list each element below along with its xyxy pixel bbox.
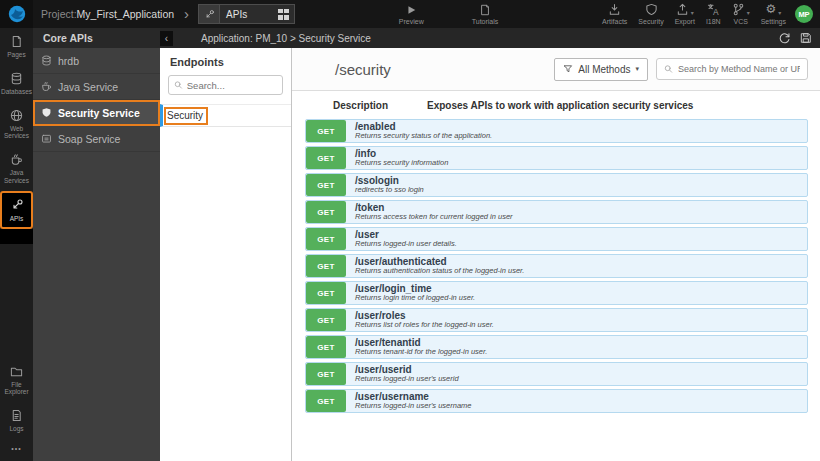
api-icon (10, 198, 24, 212)
collapse-panel-button[interactable]: ‹ (160, 31, 173, 46)
settings-label: Settings (761, 18, 786, 25)
sidebar-item-file-explorer[interactable]: File Explorer (0, 358, 33, 403)
core-api-label: Java Service (58, 81, 118, 93)
rail-label: Java Services (0, 169, 33, 185)
security-label: Security (638, 18, 663, 25)
rail-bottom-group: File Explorer Logs ••• (0, 358, 33, 461)
annotation-highlight: Security (166, 109, 206, 123)
methods-filter-dropdown[interactable]: All Methods ▾ (554, 58, 648, 81)
core-apis-panel: Core APIs hrdb Java Service Security Ser… (33, 28, 160, 461)
document-icon (479, 3, 491, 16)
download-icon (608, 3, 621, 16)
endpoint-row[interactable]: GET /userReturns logged-in user details. (305, 227, 808, 251)
caret-down-icon: ▾ (778, 9, 781, 16)
method-badge: GET (306, 120, 346, 142)
endpoint-description: Returns tenant-id for the logged-in user… (355, 348, 487, 357)
core-api-label: Soap Service (58, 133, 120, 145)
endpoint-row[interactable]: GET /user/login_timeReturns login time o… (305, 281, 808, 305)
settings-button[interactable]: ⚙▾ Settings (761, 3, 786, 25)
method-badge: GET (306, 174, 346, 196)
refresh-button[interactable] (778, 32, 791, 45)
sidebar-item-pages[interactable]: Pages (0, 28, 33, 65)
endpoint-row[interactable]: GET /user/usernameReturns logged-in user… (305, 389, 808, 413)
caret-down-icon: ▾ (691, 9, 694, 16)
rail-label: APIs (10, 215, 24, 223)
security-button[interactable]: Security (638, 3, 663, 25)
endpoints-search-input[interactable] (187, 80, 277, 91)
app-logo[interactable] (0, 0, 33, 28)
method-search[interactable] (656, 58, 808, 80)
preview-label: Preview (399, 18, 424, 25)
main-content: /security All Methods ▾ (292, 48, 820, 461)
method-badge: GET (306, 228, 346, 250)
endpoints-title: Endpoints (160, 48, 291, 75)
caret-down-icon: ▾ (635, 65, 639, 73)
export-button[interactable]: ▾ Export (675, 3, 695, 25)
soap-icon (41, 133, 52, 144)
endpoint-item-security[interactable]: Security (160, 104, 291, 127)
gear-icon: ⚙▾ (765, 3, 781, 16)
core-api-item-hrdb[interactable]: hrdb (33, 48, 160, 74)
endpoint-row[interactable]: GET /infoReturns security information (305, 146, 808, 170)
shield-icon (41, 107, 52, 118)
core-api-item-security-service[interactable]: Security Service (33, 100, 160, 126)
endpoints-search[interactable] (168, 75, 283, 95)
sidebar-item-web-services[interactable]: Web Services (0, 102, 33, 147)
save-button[interactable] (800, 32, 812, 45)
core-api-label: Security Service (58, 107, 140, 119)
tutorials-button[interactable]: Tutorials (472, 3, 499, 25)
left-rail: Pages Databases Web Services Java Servic… (0, 28, 33, 461)
breadcrumb-bar: ‹ Application: PM_10 > Security Service (160, 28, 820, 48)
method-badge: GET (306, 255, 346, 277)
endpoint-list: GET /enabledReturns security status of t… (292, 118, 820, 416)
rail-label: Logs (9, 425, 23, 433)
i18n-label: I18N (706, 18, 721, 25)
endpoint-description: Returns access token for current logged … (355, 213, 513, 222)
sidebar-item-java-services[interactable]: Java Services (0, 146, 33, 191)
tutorials-label: Tutorials (472, 18, 499, 25)
pages-icon (10, 35, 23, 48)
sidebar-item-databases[interactable]: Databases (0, 65, 33, 102)
grid-icon[interactable] (278, 9, 289, 20)
description-row: Description Exposes APIs to work with ap… (292, 91, 820, 118)
endpoint-row[interactable]: GET /user/tenantidReturns tenant-id for … (305, 335, 808, 359)
wavemaker-logo-icon (8, 5, 26, 23)
project-name: My_First_Application (77, 8, 174, 20)
avatar[interactable]: MP (795, 5, 813, 23)
artifacts-button[interactable]: Artifacts (602, 3, 627, 25)
endpoint-row[interactable]: GET /ssologinredirects to sso login (305, 173, 808, 197)
filter-icon (563, 64, 573, 74)
coffee-icon (10, 153, 23, 166)
breadcrumb: Application: PM_10 > Security Service (201, 33, 371, 44)
main-header: /security All Methods ▾ (292, 48, 820, 91)
i18n-button[interactable]: A I18N (706, 3, 721, 25)
vcs-button[interactable]: ▾ VCS (732, 3, 750, 25)
export-label: Export (675, 18, 695, 25)
branch-icon: ▾ (732, 3, 750, 16)
endpoint-row[interactable]: GET /user/useridReturns logged-in user's… (305, 362, 808, 386)
endpoint-row[interactable]: GET /enabledReturns security status of t… (305, 119, 808, 143)
search-icon (664, 64, 673, 74)
logs-icon (10, 409, 23, 422)
chevron-right-icon: › (184, 5, 189, 22)
globe-icon (10, 109, 23, 122)
endpoint-row[interactable]: GET /user/authenticatedReturns authentic… (305, 254, 808, 278)
methods-filter-label: All Methods (578, 64, 630, 75)
sidebar-item-apis[interactable]: APIs (0, 191, 33, 229)
folder-icon (10, 365, 23, 378)
method-search-input[interactable] (678, 64, 800, 74)
sidebar-item-logs[interactable]: Logs (0, 402, 33, 439)
rail-label: File Explorer (0, 381, 33, 397)
rail-label: Web Services (0, 125, 33, 141)
core-api-item-soap-service[interactable]: Soap Service (33, 126, 160, 152)
endpoint-row[interactable]: GET /user/rolesReturns list of roles for… (305, 308, 808, 332)
workspace-selector[interactable]: APIs (198, 4, 295, 24)
endpoint-row[interactable]: GET /tokenReturns access token for curre… (305, 200, 808, 224)
core-api-item-java-service[interactable]: Java Service (33, 74, 160, 100)
more-options-button[interactable]: ••• (0, 439, 33, 461)
endpoint-description: Returns logged-in user's userid (355, 375, 459, 384)
page-title: /security (335, 61, 391, 78)
method-badge: GET (306, 363, 346, 385)
preview-button[interactable]: Preview (399, 3, 424, 25)
search-icon (174, 80, 183, 90)
